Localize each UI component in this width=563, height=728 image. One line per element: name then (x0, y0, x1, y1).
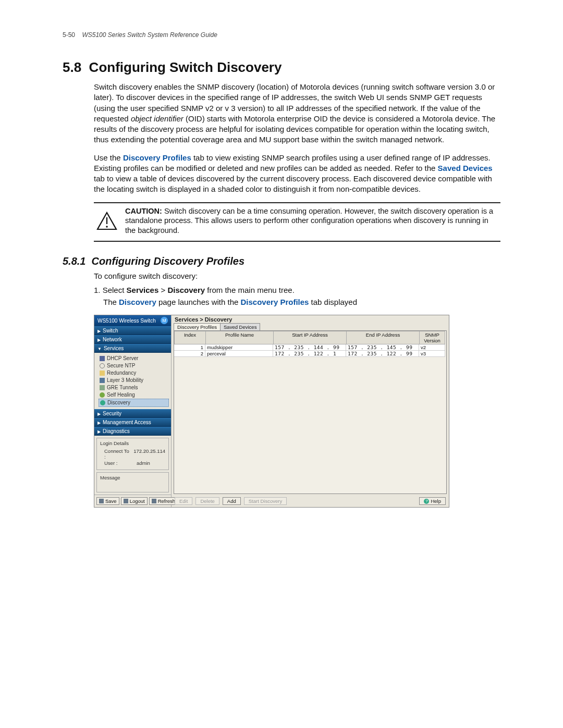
chevron-right-icon: ▶ (97, 412, 101, 416)
tree-item-self-healing[interactable]: Self Healing (99, 391, 169, 399)
step-1-sub: The Discovery page launches with the Dis… (103, 298, 500, 306)
col-snmp-version[interactable]: SNMP Version (419, 331, 445, 344)
col-end-ip[interactable]: End IP Address (346, 331, 419, 344)
step-1: 1. Select Services > Discovery from the … (94, 286, 500, 294)
tunnel-icon (100, 385, 105, 390)
tab-body: Index Profile Name Start IP Address End … (174, 330, 447, 494)
chevron-right-icon: ▶ (97, 329, 101, 334)
discovery-profiles-ref: Discovery Profiles (123, 153, 191, 162)
tree-item-secure-ntp[interactable]: Secure NTP (99, 362, 169, 369)
refresh-icon (152, 499, 156, 503)
running-header: 5-50 WS5100 Series Switch System Referen… (63, 31, 500, 39)
network-icon (100, 378, 105, 383)
procedure-intro: To configure switch discovery: (94, 272, 500, 280)
help-button[interactable]: ? Help (419, 497, 446, 505)
save-icon (99, 499, 104, 503)
table-header-row: Index Profile Name Start IP Address End … (174, 331, 446, 344)
message-panel-title: Message (100, 475, 165, 480)
tree-item-gre-tunnels[interactable]: GRE Tunnels (99, 384, 169, 391)
chevron-down-icon: ▼ (97, 347, 102, 351)
table-row[interactable]: 1 mudskipper 157 . 235 . 144 . 99 157 . … (174, 344, 446, 351)
tree-item-discovery[interactable]: Discovery (99, 399, 169, 407)
tab-bar: Discovery Profiles Saved Devices (172, 323, 449, 330)
product-name: WS5100 Wireless Switch (97, 318, 156, 324)
doc-title: WS5100 Series Switch System Reference Gu… (82, 31, 217, 39)
clock-icon (100, 363, 105, 368)
chevron-right-icon: ▶ (97, 429, 101, 434)
sidebar-item-services[interactable]: ▼Services (94, 344, 171, 353)
caution-text: CAUTION: Switch discovery can be a time … (120, 206, 500, 236)
col-start-ip[interactable]: Start IP Address (273, 331, 346, 344)
services-tree: DHCP Server Secure NTP Redundancy Layer … (94, 353, 171, 409)
caution-box: CAUTION: Switch discovery can be a time … (94, 202, 500, 242)
table-body: 1 mudskipper 157 . 235 . 144 . 99 157 . … (174, 344, 446, 493)
table-row[interactable]: 2 perceval 172 . 235 . 122 . 1 172 . 235… (174, 351, 446, 357)
section-title: 5.8 Configuring Switch Discovery (63, 59, 500, 76)
saved-devices-ref: Saved Devices (438, 164, 493, 172)
col-profile-name[interactable]: Profile Name (205, 331, 273, 344)
sidebar-item-switch[interactable]: ▶Switch (94, 326, 171, 335)
connect-to-value: 172.20.25.114 (133, 448, 165, 460)
product-title-bar: WS5100 Wireless Switch M (94, 315, 171, 326)
brand-logo-icon: M (161, 317, 168, 324)
logout-button[interactable]: Logout (121, 497, 148, 505)
user-value: admin (137, 460, 150, 466)
user-label: User : (104, 460, 133, 466)
section-para-2: Use the Discovery Profiles tab to view e… (94, 153, 500, 195)
chevron-right-icon: ▶ (97, 338, 101, 342)
sidebar-item-management-access[interactable]: ▶Management Access (94, 418, 171, 427)
section-para-1: Switch discovery enables the SNMP discov… (94, 82, 500, 145)
logout-icon (124, 499, 128, 503)
globe-icon (100, 400, 105, 405)
message-panel: Message (96, 472, 169, 492)
sidebar-item-network[interactable]: ▶Network (94, 335, 171, 344)
tab-discovery-profiles[interactable]: Discovery Profiles (174, 323, 221, 330)
server-icon (100, 356, 105, 361)
breadcrumb: Services > Discovery (172, 315, 449, 323)
edit-button[interactable]: Edit (175, 497, 192, 505)
save-button[interactable]: Save (96, 497, 119, 505)
sidebar: WS5100 Wireless Switch M ▶Switch ▶Networ… (94, 315, 172, 507)
delete-button[interactable]: Delete (195, 497, 219, 505)
tree-item-redundancy[interactable]: Redundancy (99, 369, 169, 377)
start-discovery-button[interactable]: Start Discovery (244, 497, 287, 505)
caution-icon (94, 206, 120, 236)
content-pane: Services > Discovery Discovery Profiles … (172, 315, 449, 507)
heal-icon (100, 392, 105, 398)
help-icon: ? (424, 499, 429, 504)
sidebar-item-diagnostics[interactable]: ▶Diagnostics (94, 427, 171, 436)
connect-to-label: Connect To : (104, 448, 130, 460)
sidebar-item-security[interactable]: ▶Security (94, 409, 171, 418)
chevron-right-icon: ▶ (97, 421, 101, 425)
svg-point-2 (106, 226, 108, 228)
login-panel-title: Login Details (100, 440, 165, 446)
login-details-panel: Login Details Connect To :172.20.25.114 … (96, 438, 169, 470)
subsection-title: 5.8.1 Configuring Discovery Profiles (63, 255, 500, 267)
tree-item-layer3-mobility[interactable]: Layer 3 Mobility (99, 377, 169, 384)
sidebar-button-bar: Save Logout Refresh (94, 495, 171, 507)
add-button[interactable]: Add (223, 497, 241, 505)
tab-saved-devices[interactable]: Saved Devices (220, 323, 260, 330)
app-screenshot: WS5100 Wireless Switch M ▶Switch ▶Networ… (94, 315, 449, 508)
oid-term: object identifier (131, 114, 183, 123)
tree-item-dhcp-server[interactable]: DHCP Server (99, 355, 169, 362)
page-number: 5-50 (63, 31, 75, 39)
content-button-bar: Edit Delete Add Start Discovery ? Help (172, 495, 449, 507)
folder-icon (100, 371, 105, 376)
col-index[interactable]: Index (174, 331, 205, 344)
